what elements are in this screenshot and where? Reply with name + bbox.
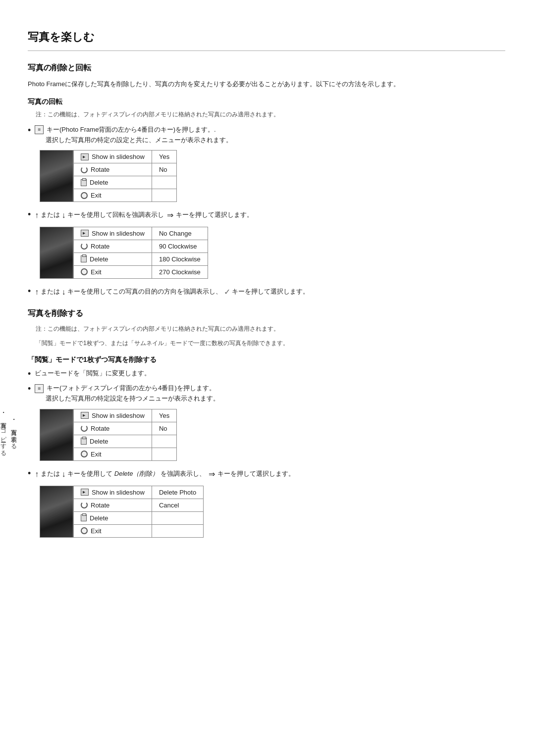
rotation-step3-mid: キーを使用してこの写真の目的の方向を強調表示し、 xyxy=(67,288,222,295)
menu2-container: Show in slideshow No Change Rotate 90 Cl… xyxy=(40,227,505,279)
key-icon-1: ≡ xyxy=(35,125,44,134)
deletion-step1-bullet: • ≡ キー(フォトディスプレイ背面の左から4番目)を押します。 選択した写真用… xyxy=(28,383,505,404)
menu3-item-1: Rotate xyxy=(74,422,152,435)
photo-thumb-3 xyxy=(40,409,73,461)
table-row: Show in slideshow Yes xyxy=(74,409,177,422)
table-row: Delete 180 Clockwise xyxy=(74,252,208,265)
menu2-item-0: Show in slideshow xyxy=(74,227,152,240)
menu2-item-2: Delete xyxy=(74,252,152,265)
exit-icon-1 xyxy=(81,192,88,199)
table-row: Rotate 90 Clockwise xyxy=(74,240,208,252)
menu1-label-3: Exit xyxy=(91,192,102,199)
rotation-step3-suffix: キーを押して選択します。 xyxy=(232,288,309,295)
bullet-dot-1: • xyxy=(28,126,31,135)
menu3-container: Show in slideshow Yes Rotate No xyxy=(40,409,505,461)
right-arrow-icon-1: ⇒ xyxy=(167,209,173,222)
deletion-step2-italic: Delete（削除） xyxy=(114,470,159,477)
deletion-section: 写真を削除する 注：この機能は、フォトディスプレイの内部メモリに格納された写真に… xyxy=(28,308,505,538)
menu4-option-0: Delete Photo xyxy=(152,486,203,499)
deletion-step2-text: ↑ または ↓ キーを使用して Delete（削除） を強調表示し、 ⇒ キーを… xyxy=(35,468,295,481)
menu2-option-3: 270 Clockwise xyxy=(152,265,208,278)
deletion-step2-mid2: を強調表示し、 xyxy=(160,470,206,477)
rotation-step2-mid: キーを使用して回転を強調表示し xyxy=(67,211,164,219)
right-arrow-icon-2: ⇒ xyxy=(209,468,215,481)
slideshow-icon-2 xyxy=(81,230,89,237)
table-row: Rotate Cancel xyxy=(74,499,204,511)
rotate-icon-1 xyxy=(81,166,88,173)
sidebar-item-label-0: 写真を表示する xyxy=(9,425,18,446)
menu4-item-0: Show in slideshow xyxy=(74,486,152,499)
section1-intro: Photo Frameに保存した写真を削除したり、写真の方向を変えたりする必要が… xyxy=(28,79,505,90)
menu1-item-2: Delete xyxy=(74,176,152,189)
deletion-step2-suffix: キーを押して選択します。 xyxy=(217,470,295,477)
table-row: Exit xyxy=(74,448,177,460)
section1-title: 写真の削除と回転 xyxy=(28,63,505,73)
menu1-option-1: No xyxy=(152,163,176,176)
bullet-dot-3: • xyxy=(28,287,31,296)
deletion-note2: 「閲覧」モードで1枚ずつ、または「サムネイル」モードで一度に数枚の写真を削除でき… xyxy=(28,339,505,348)
menu1-item-0: Show in slideshow xyxy=(74,151,152,163)
deletion-step2-mid: キーを使用して xyxy=(67,470,112,477)
menu4-label-0: Show in slideshow xyxy=(92,489,145,496)
menu3-empty-0 xyxy=(152,435,176,448)
menu2-table: Show in slideshow No Change Rotate 90 Cl… xyxy=(73,227,208,279)
photo-thumb-2 xyxy=(40,227,73,279)
deletion-step2-bullet: • ↑ または ↓ キーを使用して Delete（削除） を強調表示し、 ⇒ キ… xyxy=(28,468,505,481)
rotation-title: 写真の回転 xyxy=(28,98,505,106)
rotation-step2-suffix: キーを押して選択します。 xyxy=(176,211,253,219)
slideshow-icon-3 xyxy=(81,412,89,419)
table-row: Exit xyxy=(74,524,204,537)
menu1-label-1: Rotate xyxy=(91,166,109,173)
menu3-option-0: Yes xyxy=(152,409,176,422)
bullet-dot-6: • xyxy=(28,469,31,478)
delete-icon-2 xyxy=(81,255,87,262)
down-arrow-icon-2: ↓ xyxy=(62,288,66,296)
rotation-step3-prefix: または xyxy=(41,288,60,295)
sidebar-bullet-1: ・ xyxy=(0,408,7,418)
menu2-item-3: Exit xyxy=(74,265,152,278)
slideshow-icon-1 xyxy=(81,153,89,160)
menu2-option-2: 180 Clockwise xyxy=(152,252,208,265)
table-row: Exit 270 Clockwise xyxy=(74,265,208,278)
rotation-step1-desc1: キー(Photo Frame背面の左から4番目のキー)を押します。. xyxy=(47,126,216,133)
menu3-item-3: Exit xyxy=(74,448,152,460)
table-row: Show in slideshow Yes xyxy=(74,151,177,163)
menu4-item-3: Exit xyxy=(74,524,152,537)
sidebar-item-0[interactable]: ・ 写真を表示する xyxy=(9,415,18,447)
menu1-label-2: Delete xyxy=(90,179,108,186)
menu4-container: Show in slideshow Delete Photo Rotate xyxy=(40,486,505,538)
sidebar: ・ 写真を表示する ・ 写真をコピーする ・ 写真のスライドショーを表示する ・… xyxy=(0,0,18,756)
delete-icon-1 xyxy=(81,179,87,186)
up-arrow-icon-1: ↑ xyxy=(35,211,39,219)
table-row: Rotate No xyxy=(74,422,177,435)
sidebar-item-1[interactable]: ・ 写真をコピーする xyxy=(0,408,7,454)
menu2-label-3: Exit xyxy=(91,268,102,276)
table-row: Show in slideshow Delete Photo xyxy=(74,486,204,499)
down-arrow-icon-1: ↓ xyxy=(62,211,66,219)
up-arrow-icon-2: ↑ xyxy=(35,288,39,296)
menu4-label-2: Delete xyxy=(90,514,108,522)
menu1-empty-0 xyxy=(152,176,176,189)
menu3-item-2: Delete xyxy=(74,435,152,448)
page-title: 写真を楽しむ xyxy=(28,30,505,45)
sidebar-item-label-1: 写真をコピーする xyxy=(0,418,7,453)
menu3-label-3: Exit xyxy=(91,451,102,458)
menu2-option-0: No Change xyxy=(152,227,208,240)
deletion-bullet1: • ビューモードを「閲覧」に変更します。 xyxy=(28,368,505,379)
menu2-item-1: Rotate xyxy=(74,240,152,252)
exit-icon-2 xyxy=(81,268,88,275)
menu3-label-1: Rotate xyxy=(91,425,109,432)
table-row: Delete xyxy=(74,435,177,448)
menu3-table: Show in slideshow Yes Rotate No xyxy=(73,409,177,461)
menu1-item-1: Rotate xyxy=(74,163,152,176)
rotate-icon-4 xyxy=(81,502,88,508)
deletion-bullet1-text: ビューモードを「閲覧」に変更します。 xyxy=(35,368,151,379)
slideshow-icon-4 xyxy=(81,489,89,496)
key-icon-2: ≡ xyxy=(35,384,44,393)
divider xyxy=(28,50,505,51)
rotation-step3-text: ↑ または ↓ キーを使用してこの写真の目的の方向を強調表示し、 ✓ キーを押し… xyxy=(35,286,309,299)
menu4-table: Show in slideshow Delete Photo Rotate xyxy=(73,486,204,538)
rotation-note: 注：この機能は、フォトディスプレイの内部メモリに格納された写真にのみ適用されます… xyxy=(28,110,505,119)
exit-icon-4 xyxy=(81,527,88,534)
deletion-step1-line2: 選択した写真用の特定設定を持つメニューが表示されます。 xyxy=(35,394,219,404)
